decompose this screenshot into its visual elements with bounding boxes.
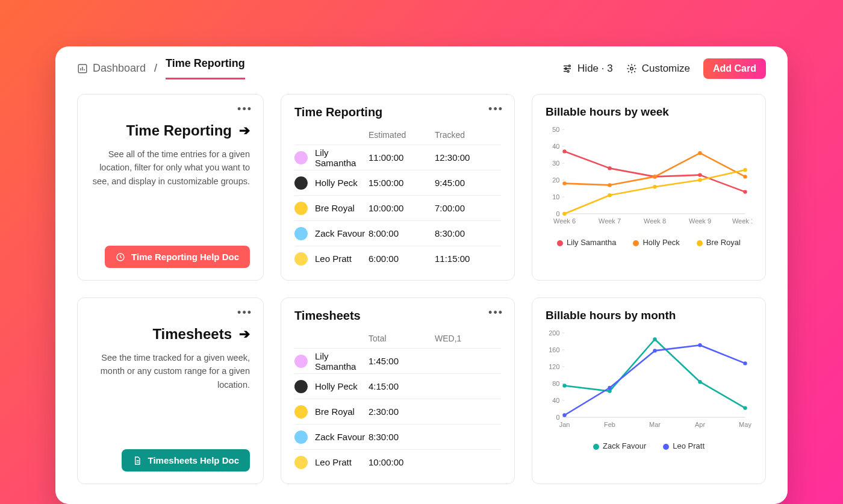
person-cell: Holly Peck xyxy=(294,176,369,190)
hide-button[interactable]: Hide · 3 xyxy=(562,63,613,75)
table-row[interactable]: Holly Peck15:00:009:45:00 xyxy=(294,170,501,195)
customize-button[interactable]: Customize xyxy=(626,63,690,75)
table-row[interactable]: Bre Royal2:30:00 xyxy=(294,399,501,424)
legend-item[interactable]: Lily Samantha xyxy=(557,238,616,247)
table-row[interactable]: Leo Pratt10:00:00 xyxy=(294,449,501,474)
svg-text:160: 160 xyxy=(549,346,559,353)
tracked-cell: 11:15:00 xyxy=(435,254,501,264)
person-cell: Lily Samantha xyxy=(294,351,369,372)
card-menu-icon[interactable]: ••• xyxy=(488,306,503,319)
estimated-cell: 11:00:00 xyxy=(369,152,435,163)
avatar xyxy=(294,405,308,418)
table-row[interactable]: Zack Favour8:30:00 xyxy=(294,424,501,449)
sliders-icon xyxy=(562,63,573,74)
col-tracked: Tracked xyxy=(435,130,501,140)
svg-text:80: 80 xyxy=(552,380,559,387)
svg-point-66 xyxy=(743,361,747,365)
person-cell: Holly Peck xyxy=(294,380,369,393)
person-name: Leo Pratt xyxy=(315,457,352,467)
svg-text:30: 30 xyxy=(552,160,559,167)
table-row[interactable]: Bre Royal10:00:007:00:00 xyxy=(294,195,501,220)
breadcrumb-separator: / xyxy=(154,62,157,75)
chart2-svg: 04080120160200JanFebMarAprMay xyxy=(546,329,752,432)
breadcrumb: Dashboard / Time Reporting xyxy=(77,57,245,79)
avatar xyxy=(294,252,308,266)
table-header: Estimated Tracked xyxy=(294,119,501,143)
total-cell: 10:00:00 xyxy=(369,457,435,467)
info2-desc: See the time tracked for a given week, m… xyxy=(91,351,250,391)
table-row[interactable]: Lily Samantha11:00:0012:30:00 xyxy=(294,145,501,170)
info1-desc: See all of the time entries for a given … xyxy=(91,148,250,188)
svg-point-25 xyxy=(608,166,611,170)
avatar xyxy=(294,431,308,444)
arrow-right-icon[interactable]: ➔ xyxy=(239,123,250,138)
col-total: Total xyxy=(369,334,435,343)
breadcrumb-root-label: Dashboard xyxy=(93,62,146,75)
svg-text:10: 10 xyxy=(552,193,559,201)
svg-point-31 xyxy=(653,175,656,178)
svg-text:20: 20 xyxy=(552,176,559,184)
table-row[interactable]: Leo Pratt6:00:0011:15:00 xyxy=(294,246,501,271)
person-cell: Zack Favour xyxy=(294,227,369,240)
person-name: Lily Samantha xyxy=(315,351,369,372)
card-menu-icon[interactable]: ••• xyxy=(237,306,252,319)
topbar: Dashboard / Time Reporting Hide · 3 Cust… xyxy=(55,46,788,79)
svg-text:Week 7: Week 7 xyxy=(599,217,621,225)
legend-item[interactable]: Zack Favour xyxy=(593,441,646,450)
chart-card-month: Billable hours by month 04080120160200Ja… xyxy=(532,297,766,484)
person-cell: Zack Favour xyxy=(294,431,369,444)
legend-dot-icon xyxy=(697,240,703,246)
tracked-cell: 7:00:00 xyxy=(435,203,501,213)
svg-text:0: 0 xyxy=(556,414,559,421)
avatar xyxy=(294,355,308,368)
table-row[interactable]: Lily Samantha1:45:00 xyxy=(294,348,501,373)
svg-point-58 xyxy=(608,389,611,393)
avatar xyxy=(294,456,308,469)
tracked-cell: 12:30:00 xyxy=(435,152,501,163)
card-menu-icon[interactable]: ••• xyxy=(488,103,503,116)
legend-item[interactable]: Leo Pratt xyxy=(663,441,705,450)
person-name: Leo Pratt xyxy=(315,254,352,264)
document-icon xyxy=(132,456,142,465)
svg-point-38 xyxy=(743,168,747,172)
person-cell: Bre Royal xyxy=(294,202,369,215)
app-window: Dashboard / Time Reporting Hide · 3 Cust… xyxy=(55,46,788,504)
chart1-legend: Lily SamanthaHolly PeckBre Royal xyxy=(532,231,765,247)
breadcrumb-root[interactable]: Dashboard xyxy=(77,62,146,75)
legend-item[interactable]: Holly Peck xyxy=(633,238,679,247)
total-cell: 4:15:00 xyxy=(369,381,435,391)
svg-text:Apr: Apr xyxy=(695,421,705,428)
card-menu-icon[interactable]: ••• xyxy=(237,103,252,116)
svg-point-62 xyxy=(562,413,566,417)
svg-text:40: 40 xyxy=(552,143,559,150)
svg-point-29 xyxy=(562,181,566,185)
svg-text:Mar: Mar xyxy=(649,421,661,428)
svg-point-61 xyxy=(743,406,747,409)
chart2-legend: Zack FavourLeo Pratt xyxy=(532,434,765,450)
person-name: Lily Samantha xyxy=(315,148,369,168)
tracked-cell: 9:45:00 xyxy=(435,178,501,188)
legend-dot-icon xyxy=(663,444,669,450)
arrow-right-icon[interactable]: ➔ xyxy=(239,326,250,342)
svg-point-59 xyxy=(653,337,656,341)
estimated-cell: 8:00:00 xyxy=(369,228,435,238)
person-cell: Leo Pratt xyxy=(294,456,369,469)
svg-point-34 xyxy=(562,212,566,216)
table-row[interactable]: Zack Favour8:00:008:30:00 xyxy=(294,220,501,246)
svg-text:Feb: Feb xyxy=(604,421,615,428)
timesheets-help-button[interactable]: Timesheets Help Doc xyxy=(122,449,250,471)
svg-point-57 xyxy=(562,384,566,387)
table-row[interactable]: Holly Peck4:15:00 xyxy=(294,373,501,399)
svg-point-64 xyxy=(653,349,656,352)
person-name: Holly Peck xyxy=(315,178,358,188)
legend-item[interactable]: Bre Royal xyxy=(697,238,741,247)
total-cell: 8:30:00 xyxy=(369,432,435,442)
dashboard-icon xyxy=(77,63,88,74)
svg-point-35 xyxy=(608,193,611,197)
time-reporting-help-button[interactable]: Time Reporting Help Doc xyxy=(105,246,250,268)
board-grid: ••• Time Reporting ➔ See all of the time… xyxy=(55,79,788,484)
add-card-button[interactable]: Add Card xyxy=(703,58,766,79)
avatar xyxy=(294,151,308,164)
svg-point-63 xyxy=(608,386,611,390)
estimated-cell: 6:00:00 xyxy=(369,254,435,264)
